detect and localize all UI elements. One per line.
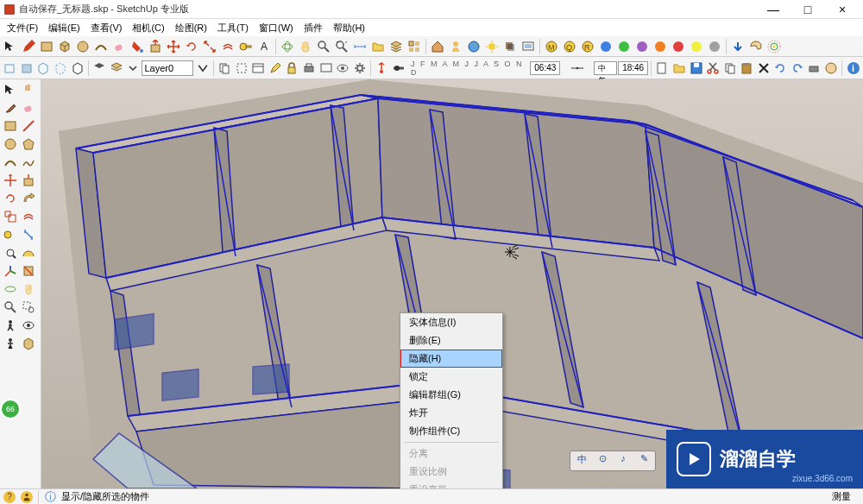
nav-center[interactable]: 中: [572, 453, 591, 469]
menu-view[interactable]: 查看(V): [85, 20, 128, 36]
down-arrow-icon[interactable]: [729, 38, 746, 55]
scale2-icon[interactable]: [2, 208, 19, 225]
globe-icon[interactable]: [465, 38, 482, 55]
palette-icon[interactable]: [747, 38, 765, 55]
info-status-icon[interactable]: ⓘ: [44, 491, 56, 503]
followme-icon[interactable]: [20, 190, 37, 207]
section2-icon[interactable]: [20, 335, 37, 352]
paint-tool-icon[interactable]: [129, 38, 146, 55]
nav-edit[interactable]: ✎: [634, 453, 653, 469]
line-icon[interactable]: [20, 117, 37, 135]
close-button[interactable]: ×: [825, 0, 860, 19]
printer-icon[interactable]: [301, 60, 318, 77]
m-icon[interactable]: M: [543, 38, 560, 55]
lookaround-icon[interactable]: [20, 317, 37, 334]
select-icon[interactable]: [2, 81, 19, 98]
rectangle-tool-icon[interactable]: [38, 38, 55, 55]
polygon-icon[interactable]: [20, 135, 37, 153]
ctx-edit-group[interactable]: 编辑群组(G): [400, 386, 502, 404]
circle2-icon[interactable]: [2, 135, 19, 153]
ctx-explode[interactable]: 炸开: [400, 404, 502, 422]
viewport-3d[interactable]: 实体信息(I) 删除(E) 隐藏(H) 锁定 编辑群组(G) 炸开 制作组件(C…: [41, 79, 863, 488]
redo-icon[interactable]: [790, 60, 806, 77]
tape2-icon[interactable]: [2, 226, 19, 243]
box-dashed-icon[interactable]: [53, 60, 69, 77]
refresh-icon[interactable]: [765, 38, 783, 55]
cube-tool-icon[interactable]: [56, 38, 73, 55]
green-ball-icon[interactable]: [615, 38, 633, 55]
house-icon[interactable]: [429, 38, 446, 55]
yellow-ball-icon[interactable]: [688, 38, 705, 55]
maximize-button[interactable]: □: [791, 0, 825, 19]
text-tool-icon[interactable]: A: [255, 38, 273, 55]
select-tool-icon[interactable]: [2, 38, 19, 55]
zoom-window-icon[interactable]: [20, 299, 37, 316]
delete-icon[interactable]: [755, 60, 772, 77]
gray-ball-icon[interactable]: [706, 38, 723, 55]
red-ball-icon[interactable]: [670, 38, 687, 55]
window-icon[interactable]: [250, 60, 267, 77]
lock-icon[interactable]: [284, 60, 300, 77]
zoom-extents-icon[interactable]: [333, 38, 350, 55]
hand-icon[interactable]: [20, 81, 37, 98]
time-end[interactable]: 18:46: [618, 61, 648, 75]
tools-icon[interactable]: [318, 60, 334, 77]
dimension-tool-icon[interactable]: [351, 38, 369, 55]
ctx-delete[interactable]: 删除(E): [400, 331, 502, 350]
info-icon[interactable]: i: [845, 60, 861, 77]
palette2-icon[interactable]: [823, 60, 840, 77]
walk-icon[interactable]: [2, 317, 19, 334]
time-slider[interactable]: [561, 60, 593, 77]
offset2-icon[interactable]: [20, 208, 37, 225]
sun-icon[interactable]: [483, 38, 501, 55]
axes-icon[interactable]: [2, 262, 19, 280]
nav-sound[interactable]: ♪: [614, 453, 633, 469]
help-icon[interactable]: ?: [3, 491, 16, 503]
copy-icon[interactable]: [217, 60, 233, 77]
menu-edit[interactable]: 编辑(E): [43, 20, 85, 36]
component-icon[interactable]: [406, 38, 423, 55]
purple-ball-icon[interactable]: [633, 38, 651, 55]
ctx-lock[interactable]: 锁定: [400, 368, 502, 386]
layer-visible-icon[interactable]: [108, 60, 124, 77]
menu-window[interactable]: 窗口(W): [254, 20, 299, 36]
rotate2-icon[interactable]: [2, 190, 19, 207]
orbit-tool-icon[interactable]: [279, 38, 296, 55]
ctx-make-component[interactable]: 制作组件(C): [400, 422, 502, 440]
shadow-icon[interactable]: [501, 38, 519, 55]
q-icon[interactable]: Q: [561, 38, 578, 55]
eraser2-icon[interactable]: [20, 99, 37, 117]
offset-tool-icon[interactable]: [219, 38, 236, 55]
box-solid-icon[interactable]: [19, 60, 35, 77]
move-tool-icon[interactable]: [165, 38, 182, 55]
person-status-icon[interactable]: [21, 491, 33, 503]
zoom-tool-icon[interactable]: [315, 38, 332, 55]
box-wire-icon[interactable]: [2, 60, 18, 77]
blue-ball-icon[interactable]: [597, 38, 614, 55]
text2-icon[interactable]: [2, 244, 19, 261]
pin-icon[interactable]: [374, 60, 390, 77]
undo-icon[interactable]: [772, 60, 789, 77]
menu-tools[interactable]: 工具(T): [212, 20, 254, 36]
menu-help[interactable]: 帮助(H): [328, 20, 370, 36]
layer-toggle-icon[interactable]: [91, 60, 108, 77]
layer-select[interactable]: [142, 60, 193, 76]
move2-icon[interactable]: [2, 172, 19, 189]
green-badge[interactable]: 66: [0, 399, 21, 419]
section-icon[interactable]: [20, 262, 37, 280]
eraser-tool-icon[interactable]: [110, 38, 128, 55]
rect-icon[interactable]: [2, 117, 19, 135]
pan2-icon[interactable]: [20, 280, 37, 298]
dimension2-icon[interactable]: [20, 226, 37, 243]
pushpull-tool-icon[interactable]: [147, 38, 164, 55]
tape-tool-icon[interactable]: [237, 38, 255, 55]
pencil-tool-icon[interactable]: [20, 38, 37, 55]
menu-file[interactable]: 文件(F): [2, 20, 43, 36]
zoom2-icon[interactable]: [2, 299, 19, 316]
new-icon[interactable]: [654, 60, 671, 77]
paste-icon[interactable]: [739, 60, 755, 77]
group-icon[interactable]: [233, 60, 249, 77]
time-start[interactable]: 06:43: [530, 61, 560, 75]
minimize-button[interactable]: —: [756, 0, 791, 19]
save-icon[interactable]: [688, 60, 704, 77]
